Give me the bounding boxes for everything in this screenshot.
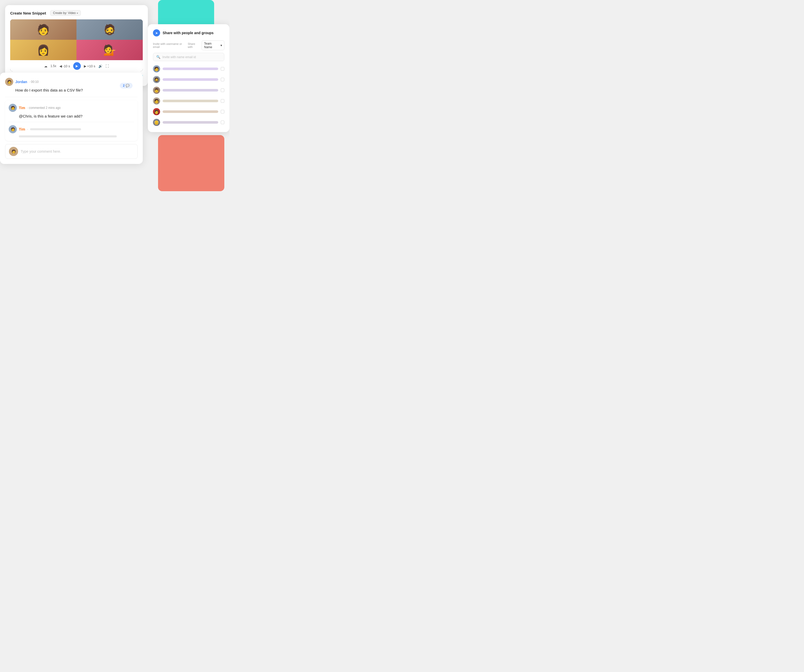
user-avatar-6: 👴 <box>153 119 160 126</box>
user-avatar-3: 👨 <box>153 87 160 94</box>
chat-icon: 💬 <box>126 84 129 87</box>
jordan-avatar-icon: 🧑 <box>7 80 11 84</box>
forward-icon: ▶ <box>84 64 87 68</box>
tim-name-2: Tim <box>19 127 25 131</box>
user-row-3: 👨 <box>153 86 224 95</box>
reply-card: 🧑 Tim · commented 2 mins ago @Chris, is … <box>5 100 138 141</box>
play-icon: ▶ <box>76 64 78 68</box>
tim-name-1: Tim <box>19 106 25 110</box>
team-name-dropdown[interactable]: Team Name ▾ <box>202 41 224 50</box>
user-name-4 <box>163 100 218 102</box>
volume-button[interactable]: 🔊 <box>98 64 103 68</box>
user-row-6: 👴 <box>153 118 224 127</box>
reply-divider <box>9 122 134 122</box>
tim-avatar-icon-1: 🧑 <box>11 106 15 110</box>
jordan-comment-time: · 00:10 <box>29 80 39 83</box>
user-avatar-2: 🧔 <box>153 76 160 83</box>
play-button[interactable]: ▶ <box>73 62 81 70</box>
fullscreen-button[interactable]: ⛶ <box>106 64 109 68</box>
reply-count-badge[interactable]: 2 💬 <box>120 83 132 88</box>
comment-jordan: 🧑 Jordan · 00:10 How do I export this da… <box>5 78 138 93</box>
video-grid: 🧑 🧔 👩 💁 <box>10 20 143 60</box>
dropdown-chevron-icon: ▾ <box>221 44 222 47</box>
user-name-3 <box>163 89 218 92</box>
snippet-header: Create New Snippet Create by: Video ▾ <box>10 10 143 16</box>
commenter-avatar-icon: 🧑 <box>11 149 16 154</box>
user-list: 🧑 🧔 👨 🧑 👩 👴 <box>153 64 224 127</box>
share-with-group: Share with Team Name ▾ <box>188 41 224 50</box>
jordan-comment-text: How do I export this data as a CSV file? <box>15 87 138 93</box>
jordan-avatar: 🧑 <box>5 78 13 86</box>
video-container: 🧑 🧔 👩 💁 ☁ 1.5x ◀ -10 s ▶ <box>10 20 143 71</box>
user-row-1: 🧑 <box>153 64 224 74</box>
comment-jordan-header: 🧑 Jordan · 00:10 <box>5 78 138 86</box>
user-name-1 <box>163 67 218 70</box>
invite-label: Invite with username or email <box>153 43 188 48</box>
search-placeholder: Invite with name email id <box>162 55 196 59</box>
share-search[interactable]: 🔍 Invite with name email id <box>153 53 224 61</box>
share-arrow-icon: ➤ <box>155 31 158 35</box>
share-with-text: Share with <box>188 43 200 48</box>
video-cell-3: 👩 <box>10 40 77 60</box>
video-cell-2: 🧔 <box>77 20 143 40</box>
comment-input-row: 🧑 Type your comment here. <box>5 144 138 159</box>
speed-button[interactable]: 1.5x <box>51 64 56 68</box>
user-checkbox-5[interactable] <box>221 110 224 113</box>
commenter-avatar: 🧑 <box>9 147 18 156</box>
user-checkbox-4[interactable] <box>221 99 224 103</box>
share-subrow: Invite with username or email Share with… <box>153 41 224 50</box>
rewind-icon: ◀ <box>59 64 62 68</box>
forward-button[interactable]: ▶ +10 s <box>84 64 95 68</box>
cloud-button[interactable]: ☁ <box>44 64 47 68</box>
user-row-2: 🧔 <box>153 75 224 84</box>
fullscreen-icon: ⛶ <box>106 64 109 68</box>
tim-time-placeholder: · <box>27 128 28 131</box>
create-by-dropdown[interactable]: Create by: Video ▾ <box>50 10 81 16</box>
dropdown-arrow-icon: ▾ <box>77 12 78 15</box>
share-icon: ➤ <box>153 29 160 36</box>
tim-avatar-1: 🧑 <box>9 104 17 112</box>
share-title: Share with people and groups <box>163 31 214 35</box>
user-avatar-5: 👩 <box>153 108 160 115</box>
tim-avatar-2: 🧑 <box>9 125 17 133</box>
user-name-5 <box>163 110 218 113</box>
comments-card: 🧑 Jordan · 00:10 How do I export this da… <box>0 73 143 164</box>
user-avatar-4: 🧑 <box>153 97 160 105</box>
person2-face: 🧔 <box>77 20 143 40</box>
tim-text-placeholder <box>30 128 81 130</box>
search-icon: 🔍 <box>156 55 160 59</box>
person1-face: 🧑 <box>10 20 77 40</box>
tim-second-reply: 🧑 Tim · <box>9 125 134 133</box>
person4-face: 💁 <box>77 40 143 60</box>
video-cell-4: 💁 <box>77 40 143 60</box>
share-header: ➤ Share with people and groups <box>153 29 224 36</box>
user-row-5: 👩 <box>153 107 224 116</box>
video-cell-1: 🧑 <box>10 20 77 40</box>
user-checkbox-6[interactable] <box>221 121 224 124</box>
user-checkbox-3[interactable] <box>221 88 224 92</box>
tim-avatar-icon-2: 🧑 <box>11 127 15 131</box>
user-checkbox-1[interactable] <box>221 67 224 70</box>
snippet-title: Create New Snippet <box>10 11 46 15</box>
user-avatar-1: 🧑 <box>153 65 160 72</box>
user-name-6 <box>163 121 218 124</box>
video-controls: ☁ 1.5x ◀ -10 s ▶ ▶ +10 s 🔊 ⛶ <box>10 60 143 71</box>
user-checkbox-2[interactable] <box>221 78 224 81</box>
share-panel: ➤ Share with people and groups Invite wi… <box>148 24 229 132</box>
tim-comment-time: · commented 2 mins ago <box>27 106 60 110</box>
comment-input[interactable]: Type your comment here. <box>21 149 134 154</box>
jordan-name: Jordan <box>15 80 27 84</box>
user-row-4: 🧑 <box>153 96 224 106</box>
salmon-background-card <box>158 135 224 191</box>
person3-face: 👩 <box>10 40 77 60</box>
comment-divider <box>5 97 138 97</box>
tim-comment-text: @Chris, is this a feature we can add? <box>19 113 134 119</box>
user-name-2 <box>163 78 218 81</box>
tim-reply-header: 🧑 Tim · commented 2 mins ago <box>9 104 134 112</box>
rewind-button[interactable]: ◀ -10 s <box>59 64 70 68</box>
volume-icon: 🔊 <box>98 64 103 68</box>
cloud-icon: ☁ <box>44 64 47 68</box>
tim-text-placeholder-2 <box>19 136 117 137</box>
